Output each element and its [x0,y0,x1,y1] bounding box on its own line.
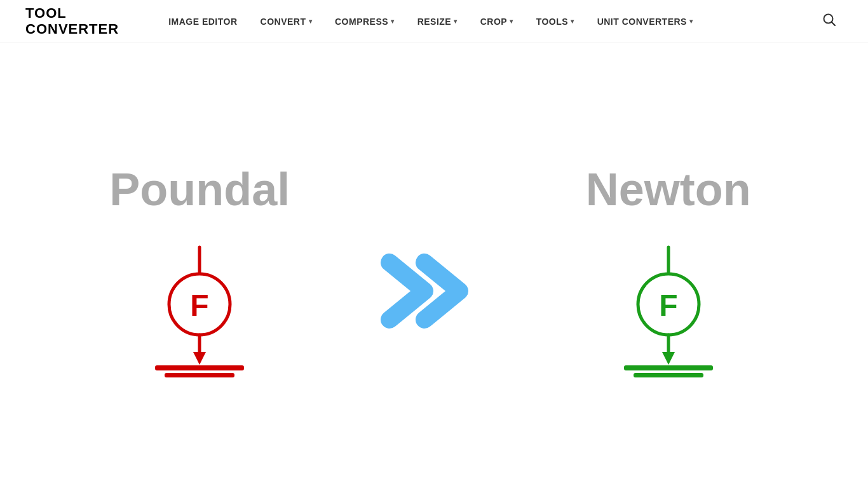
to-unit-block: Newton F [548,163,789,381]
nav-image-editor[interactable]: IMAGE EDITOR [157,0,248,43]
svg-text:F: F [191,288,209,322]
nav-convert[interactable]: CONVERT ▾ [249,0,323,43]
conversion-arrow [377,215,491,329]
nav-tools[interactable]: TOOLS ▾ [525,0,586,43]
chevron-down-icon: ▾ [510,18,513,25]
svg-marker-13 [662,352,675,365]
svg-text:F: F [659,288,677,322]
svg-marker-6 [193,352,206,365]
chevron-down-icon: ▾ [309,18,313,25]
chevron-down-icon: ▾ [454,18,458,25]
nav-resize[interactable]: RESIZE ▾ [406,0,469,43]
logo[interactable]: TOOL CONVERTER [25,6,119,36]
newton-force-icon: F [599,241,738,381]
logo-line2: CONVERTER [25,22,119,37]
nav-crop[interactable]: CROP ▾ [469,0,525,43]
from-unit-label: Poundal [109,163,290,215]
main-nav: IMAGE EDITOR CONVERT ▾ COMPRESS ▾ RESIZE… [157,0,816,43]
chevron-down-icon: ▾ [571,18,574,25]
nav-compress[interactable]: COMPRESS ▾ [323,0,406,43]
search-button[interactable] [816,13,843,30]
from-unit-block: Poundal F [79,163,320,381]
svg-line-1 [832,22,836,26]
poundal-force-icon: F [130,241,269,381]
to-unit-label: Newton [586,163,751,215]
chevron-down-icon: ▾ [391,18,395,25]
main-content: Poundal F [0,43,868,488]
svg-rect-15 [634,373,703,377]
chevron-down-icon: ▾ [689,18,693,25]
svg-rect-8 [165,373,234,377]
header: TOOL CONVERTER IMAGE EDITOR CONVERT ▾ CO… [0,0,868,43]
nav-unit-converters[interactable]: UNIT CONVERTERS ▾ [586,0,705,43]
logo-line1: TOOL [25,6,119,21]
svg-rect-7 [155,365,244,370]
svg-rect-14 [624,365,713,370]
